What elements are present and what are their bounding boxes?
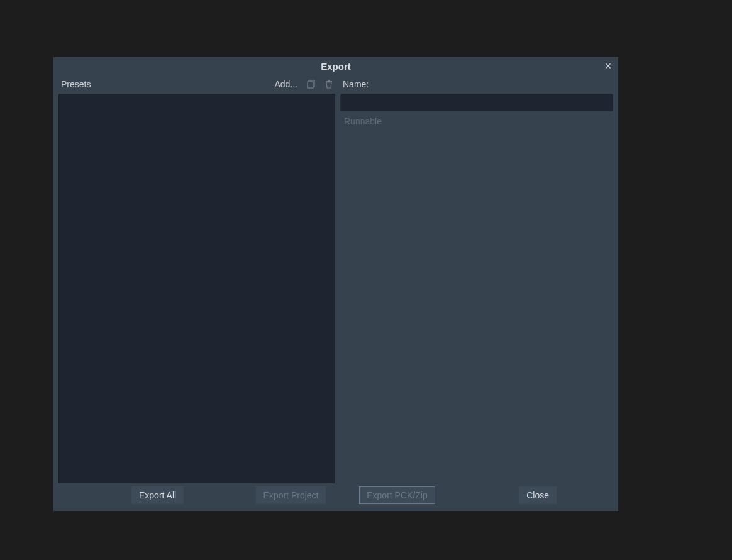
dialog-titlebar: Export × bbox=[53, 57, 618, 75]
export-dialog: Export × Presets Add... bbox=[53, 57, 619, 512]
name-input[interactable] bbox=[340, 94, 613, 111]
add-preset-button[interactable]: Add... bbox=[272, 78, 300, 91]
duplicate-icon[interactable] bbox=[305, 78, 318, 91]
svg-rect-2 bbox=[326, 81, 332, 82]
close-icon[interactable]: × bbox=[602, 60, 614, 72]
close-button[interactable]: Close bbox=[519, 486, 557, 504]
presets-header: Presets Add... bbox=[58, 75, 335, 94]
runnable-label: Runnable bbox=[344, 116, 382, 126]
runnable-row: Runnable bbox=[340, 116, 613, 126]
preset-list[interactable] bbox=[58, 94, 335, 483]
presets-label: Presets bbox=[58, 79, 91, 89]
trash-icon[interactable] bbox=[323, 78, 335, 91]
dialog-title: Export bbox=[321, 61, 351, 72]
export-project-button[interactable]: Export Project bbox=[256, 486, 326, 504]
settings-panel: Name: Runnable bbox=[340, 75, 613, 483]
export-all-button[interactable]: Export All bbox=[131, 486, 184, 504]
presets-panel: Presets Add... bbox=[58, 75, 335, 483]
svg-rect-3 bbox=[328, 80, 330, 82]
dialog-footer: Export All Export Project Export PCK/Zip… bbox=[53, 483, 618, 511]
export-pck-button[interactable]: Export PCK/Zip bbox=[359, 486, 435, 504]
name-row: Name: bbox=[340, 75, 613, 94]
dialog-body: Presets Add... bbox=[53, 75, 618, 483]
svg-rect-1 bbox=[308, 82, 313, 88]
name-label: Name: bbox=[340, 79, 369, 89]
